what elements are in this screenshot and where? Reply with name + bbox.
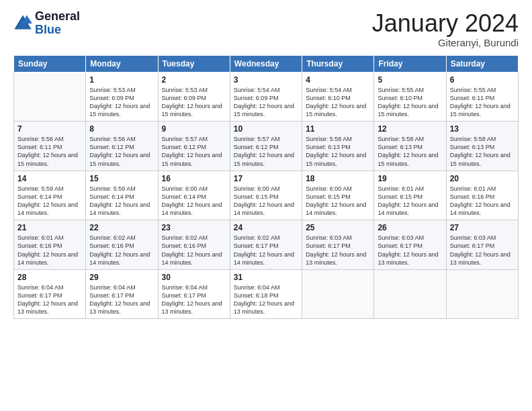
day-number: 10 [234, 124, 298, 134]
header-day-thursday: Thursday [302, 55, 374, 72]
day-cell: 9Sunrise: 5:57 AMSunset: 6:12 PMDaylight… [158, 122, 230, 171]
day-cell: 26Sunrise: 6:03 AMSunset: 6:17 PMDayligh… [374, 220, 446, 270]
day-cell: 14Sunrise: 5:59 AMSunset: 6:14 PMDayligh… [14, 171, 86, 220]
logo-icon [13, 14, 32, 33]
title-section: January 2024 Giteranyi, Burundi [372, 10, 519, 48]
day-cell: 27Sunrise: 6:03 AMSunset: 6:17 PMDayligh… [446, 220, 518, 270]
day-number: 15 [89, 174, 154, 183]
day-number: 2 [162, 75, 226, 85]
day-info: Sunrise: 5:56 AMSunset: 6:12 PMDaylight:… [89, 135, 154, 168]
day-info: Sunrise: 5:54 AMSunset: 6:10 PMDaylight:… [306, 86, 370, 119]
day-number: 17 [234, 174, 298, 183]
day-cell: 29Sunrise: 6:04 AMSunset: 6:17 PMDayligh… [86, 269, 158, 319]
day-info: Sunrise: 5:54 AMSunset: 6:09 PMDaylight:… [234, 86, 298, 119]
day-info: Sunrise: 5:57 AMSunset: 6:12 PMDaylight:… [234, 135, 298, 168]
day-info: Sunrise: 6:01 AMSunset: 6:16 PMDaylight:… [17, 234, 82, 267]
day-info: Sunrise: 6:00 AMSunset: 6:15 PMDaylight:… [234, 185, 298, 218]
header-day-saturday: Saturday [446, 55, 518, 72]
header: General Blue January 2024 Giteranyi, Bur… [13, 10, 519, 48]
day-info: Sunrise: 5:58 AMSunset: 6:13 PMDaylight:… [378, 135, 442, 168]
day-number: 6 [450, 75, 515, 85]
header-day-wednesday: Wednesday [230, 55, 302, 72]
day-info: Sunrise: 5:55 AMSunset: 6:10 PMDaylight:… [378, 86, 442, 119]
day-number: 20 [450, 174, 515, 183]
day-cell: 15Sunrise: 5:59 AMSunset: 6:14 PMDayligh… [86, 171, 158, 220]
day-cell: 24Sunrise: 6:02 AMSunset: 6:17 PMDayligh… [230, 220, 302, 270]
day-info: Sunrise: 6:01 AMSunset: 6:16 PMDaylight:… [450, 185, 515, 218]
week-row-4: 21Sunrise: 6:01 AMSunset: 6:16 PMDayligh… [14, 220, 519, 270]
day-info: Sunrise: 6:02 AMSunset: 6:17 PMDaylight:… [234, 234, 298, 267]
day-cell: 13Sunrise: 5:58 AMSunset: 6:13 PMDayligh… [446, 122, 518, 171]
day-number: 4 [306, 75, 370, 85]
header-day-friday: Friday [374, 55, 446, 72]
day-cell [302, 269, 374, 319]
week-row-5: 28Sunrise: 6:04 AMSunset: 6:17 PMDayligh… [14, 269, 519, 319]
day-cell: 12Sunrise: 5:58 AMSunset: 6:13 PMDayligh… [374, 122, 446, 171]
calendar-title: January 2024 [372, 10, 519, 37]
day-cell: 8Sunrise: 5:56 AMSunset: 6:12 PMDaylight… [86, 122, 158, 171]
day-cell: 11Sunrise: 5:58 AMSunset: 6:13 PMDayligh… [302, 122, 374, 171]
header-day-monday: Monday [86, 55, 158, 72]
week-row-3: 14Sunrise: 5:59 AMSunset: 6:14 PMDayligh… [14, 171, 519, 220]
day-number: 23 [162, 223, 226, 232]
day-cell [14, 72, 86, 122]
day-info: Sunrise: 6:03 AMSunset: 6:17 PMDaylight:… [450, 234, 515, 267]
day-cell [374, 269, 446, 319]
day-info: Sunrise: 5:59 AMSunset: 6:14 PMDaylight:… [17, 185, 82, 218]
day-cell: 3Sunrise: 5:54 AMSunset: 6:09 PMDaylight… [230, 72, 302, 122]
calendar-page: General Blue January 2024 Giteranyi, Bur… [0, 0, 532, 411]
day-info: Sunrise: 6:03 AMSunset: 6:17 PMDaylight:… [378, 234, 442, 267]
day-cell: 10Sunrise: 5:57 AMSunset: 6:12 PMDayligh… [230, 122, 302, 171]
day-cell: 20Sunrise: 6:01 AMSunset: 6:16 PMDayligh… [446, 171, 518, 220]
day-cell: 5Sunrise: 5:55 AMSunset: 6:10 PMDaylight… [374, 72, 446, 122]
day-number: 8 [89, 124, 154, 134]
day-number: 31 [234, 273, 298, 282]
day-cell [446, 269, 518, 319]
calendar-table: SundayMondayTuesdayWednesdayThursdayFrid… [13, 55, 519, 320]
day-number: 1 [89, 75, 154, 85]
day-cell: 19Sunrise: 6:01 AMSunset: 6:15 PMDayligh… [374, 171, 446, 220]
day-info: Sunrise: 5:59 AMSunset: 6:14 PMDaylight:… [89, 185, 154, 218]
day-cell: 16Sunrise: 6:00 AMSunset: 6:14 PMDayligh… [158, 171, 230, 220]
day-info: Sunrise: 5:57 AMSunset: 6:12 PMDaylight:… [162, 135, 226, 168]
day-number: 24 [234, 223, 298, 232]
day-info: Sunrise: 6:00 AMSunset: 6:15 PMDaylight:… [306, 185, 370, 218]
logo: General Blue [13, 10, 80, 37]
day-info: Sunrise: 6:03 AMSunset: 6:17 PMDaylight:… [306, 234, 370, 267]
day-number: 18 [306, 174, 370, 183]
day-number: 5 [378, 75, 442, 85]
day-number: 11 [306, 124, 370, 134]
day-number: 29 [89, 273, 154, 282]
day-number: 28 [17, 273, 82, 282]
header-row: SundayMondayTuesdayWednesdayThursdayFrid… [14, 55, 519, 72]
day-info: Sunrise: 5:58 AMSunset: 6:13 PMDaylight:… [306, 135, 370, 168]
day-cell: 2Sunrise: 5:53 AMSunset: 6:09 PMDaylight… [158, 72, 230, 122]
day-cell: 28Sunrise: 6:04 AMSunset: 6:17 PMDayligh… [14, 269, 86, 319]
day-info: Sunrise: 6:04 AMSunset: 6:17 PMDaylight:… [17, 283, 82, 316]
day-number: 12 [378, 124, 442, 134]
day-info: Sunrise: 5:58 AMSunset: 6:13 PMDaylight:… [450, 135, 515, 168]
day-info: Sunrise: 5:55 AMSunset: 6:11 PMDaylight:… [450, 86, 515, 119]
day-cell: 17Sunrise: 6:00 AMSunset: 6:15 PMDayligh… [230, 171, 302, 220]
header-day-sunday: Sunday [14, 55, 86, 72]
day-cell: 6Sunrise: 5:55 AMSunset: 6:11 PMDaylight… [446, 72, 518, 122]
day-number: 9 [162, 124, 226, 134]
day-cell: 30Sunrise: 6:04 AMSunset: 6:17 PMDayligh… [158, 269, 230, 319]
day-number: 16 [162, 174, 226, 183]
day-number: 14 [17, 174, 82, 183]
day-info: Sunrise: 5:53 AMSunset: 6:09 PMDaylight:… [89, 86, 154, 119]
day-number: 3 [234, 75, 298, 85]
day-info: Sunrise: 6:01 AMSunset: 6:15 PMDaylight:… [378, 185, 442, 218]
day-number: 21 [17, 223, 82, 232]
calendar-location: Giteranyi, Burundi [372, 37, 519, 48]
day-number: 30 [162, 273, 226, 282]
day-number: 26 [378, 223, 442, 232]
week-row-1: 1Sunrise: 5:53 AMSunset: 6:09 PMDaylight… [14, 72, 519, 122]
day-cell: 4Sunrise: 5:54 AMSunset: 6:10 PMDaylight… [302, 72, 374, 122]
day-number: 25 [306, 223, 370, 232]
day-info: Sunrise: 5:56 AMSunset: 6:11 PMDaylight:… [17, 135, 82, 168]
day-info: Sunrise: 6:02 AMSunset: 6:16 PMDaylight:… [162, 234, 226, 267]
day-cell: 22Sunrise: 6:02 AMSunset: 6:16 PMDayligh… [86, 220, 158, 270]
logo-line2: Blue [35, 24, 80, 37]
day-cell: 7Sunrise: 5:56 AMSunset: 6:11 PMDaylight… [14, 122, 86, 171]
